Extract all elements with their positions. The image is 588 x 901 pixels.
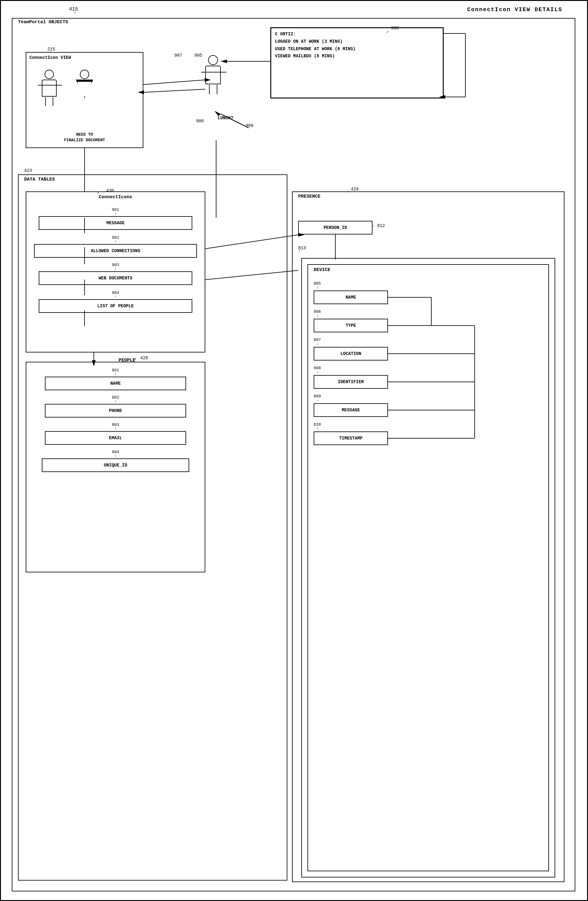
ref-813-arrow: ↓: [298, 249, 300, 253]
ref-803-arrow: ↓: [26, 426, 205, 430]
ref-908: 908: [391, 26, 399, 31]
svg-line-33: [221, 114, 249, 128]
list-of-people-box: LIST OF PEOPLE: [39, 299, 192, 313]
ref-430-arrow: ↗: [97, 190, 99, 195]
presence-label: PRESENCE: [298, 194, 320, 199]
connecticon-view-label: ConnectIcon VIEW: [30, 55, 71, 60]
people-label: PEOPLE: [118, 358, 135, 363]
ref-801-arrow: ↓: [26, 372, 205, 376]
ref-806-arrow: ↓: [317, 313, 319, 318]
name-people-box: NAME: [45, 377, 186, 390]
cortiz-line3: VIEWED MAILBOX (8 MINS): [275, 53, 355, 60]
ref-808-arrow: ↓: [317, 370, 319, 374]
ref-812: 812: [377, 223, 385, 228]
timestamp-box: TIMESTAMP: [314, 432, 388, 445]
cortiz-line2: USED TELEPHONE AT WORK (6 MINS): [275, 45, 355, 53]
ref-908-arrow: ↗: [386, 30, 389, 34]
data-tables-label: DATA TABLES: [24, 177, 55, 182]
teamportal-label: TeamPortal OBJECTS: [18, 20, 68, 25]
lunch-arrow-svg: [212, 109, 261, 134]
need-to-finalize: NEED TOFINALIZE DOCUMENT: [26, 132, 143, 143]
ref-812-arrow: ←: [372, 224, 375, 228]
message-device-box: MESSAGE: [314, 403, 388, 417]
connecticons-box: ConnectIcons 901 ↓ MESSAGE 902 ↓ ALLOWED…: [26, 192, 205, 352]
ref-901-arrow: ↓: [26, 211, 205, 215]
ref-429: 429: [351, 187, 359, 192]
ref-905: 905: [194, 53, 202, 58]
phone-box: PHONE: [45, 404, 186, 418]
ref-804-arrow: ↓: [26, 454, 205, 458]
ref-430: 430: [106, 188, 114, 193]
ref-807-arrow: ↓: [317, 341, 319, 346]
ref-809-arrow: ↓: [317, 398, 319, 402]
ref-215: 215: [47, 47, 55, 52]
ref-423-arrow: ↓: [26, 172, 28, 176]
cortiz-name: C ORTIZ:: [275, 31, 355, 38]
page-title: ConnectIcon VIEW DETAILS: [467, 6, 562, 13]
cortiz-info-box: C ORTIZ: LOGGED ON AT WORK (3 MINS) USED…: [270, 27, 444, 98]
ref-903-arrow: ↓: [26, 267, 205, 271]
svg-marker-34: [215, 111, 221, 116]
ref-810-arrow: ↓: [317, 426, 319, 430]
ref-902-arrow: ↓: [26, 239, 205, 243]
web-documents-box: WEB DOCUMENTS: [39, 271, 192, 285]
ref-907: 907: [174, 53, 182, 58]
ref-906: 906: [196, 118, 204, 123]
unique-id-box: UNIQUE_ID: [42, 458, 189, 472]
ref-428-arrow: ↗: [134, 357, 136, 361]
cortiz-line1: LOGGED ON AT WORK (3 MINS): [275, 38, 355, 45]
connecticons-label: ConnectIcons: [26, 195, 205, 200]
location-box: LOCATION: [314, 347, 388, 360]
ref-904-arrow: ↓: [26, 294, 205, 299]
type-box: TYPE: [314, 319, 388, 332]
email-box: EMAIL: [45, 431, 186, 445]
ref-429-arrow: ↓: [347, 189, 349, 193]
ref-215-arrow: ↓: [49, 50, 51, 54]
connecticon-view-box: ConnectIcon VIEW NEED TOFINALIZE DOCUMEN…: [26, 52, 143, 148]
ref-802-arrow: ↓: [26, 399, 205, 403]
name-device-box: NAME: [314, 290, 388, 304]
diagram-container: 415 ↓ ConnectIcon VIEW DETAILS TeamPorta…: [0, 0, 588, 901]
person-905: [205, 55, 221, 94]
message-box: MESSAGE: [39, 216, 192, 230]
ref-428: 428: [140, 355, 148, 360]
allowed-connections-box: ALLOWED CONNECTIONS: [34, 244, 197, 258]
identifier-box: IDENTIFIER: [314, 375, 388, 389]
device-label: DEVICE: [314, 267, 330, 273]
fig-arrow: ↓: [74, 9, 76, 14]
person-id-box: PERSON_ID: [298, 221, 372, 234]
people-box: 801 ↓ NAME 802 ↓ PHONE 803 ↓ EMAIL 804 ↓…: [26, 362, 205, 572]
ref-805-arrow: ↓: [317, 285, 319, 290]
